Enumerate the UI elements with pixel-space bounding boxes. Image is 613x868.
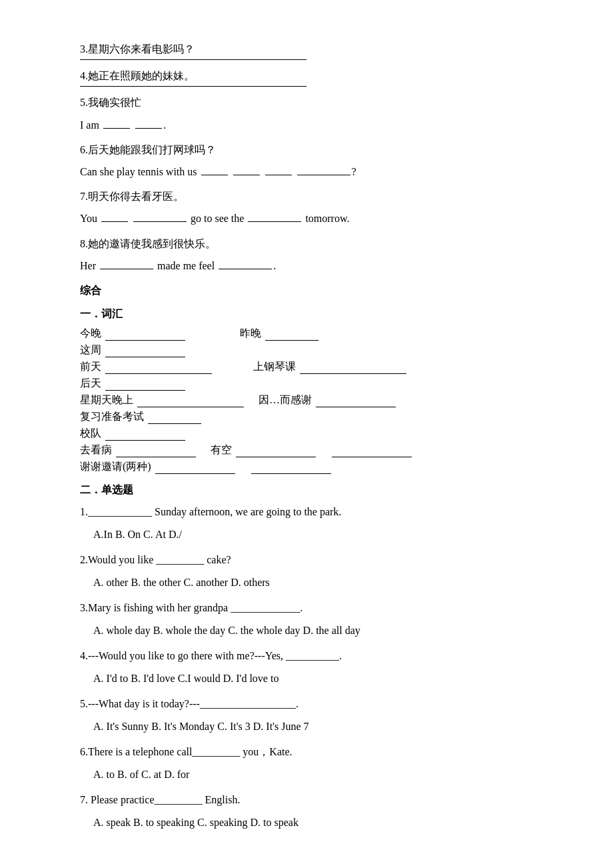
q6-blank4 (297, 175, 350, 175)
q7-blank3 (248, 221, 301, 222)
vocab-item-fuxi: 复习准备考试 (80, 410, 203, 424)
q3-answer-line (80, 59, 306, 60)
vocab-blank-xie1 (155, 473, 235, 474)
mc-q5-options: A. It's Sunny B. It's Monday C. It's 3 D… (93, 717, 560, 737)
mc-q7-text: 7. Please practice_________ English. (80, 791, 560, 809)
worksheet-content: 3.星期六你来看电影吗？ 4.她正在照顾她的妹妹。 5.我确实很忙 I am .… (80, 40, 560, 832)
vocab-item-gangqin: 上钢琴课 (253, 360, 408, 374)
question-7: 7.明天你得去看牙医。 (80, 187, 560, 205)
mc-q1: 1.____________ Sunday afternoon, we are … (80, 503, 560, 544)
q5-chinese: 5.我确实很忙 (80, 97, 141, 108)
mc-q4-text: 4.---Would you like to go there with me?… (80, 647, 560, 665)
mc-q5-text: 5.---What day is it today?---___________… (80, 695, 560, 713)
vocab-blank-youkong1 (236, 457, 316, 457)
vocab-blank-youkong2 (332, 457, 412, 457)
vocab-row-7: 去看病 有空 (80, 443, 560, 457)
q8-chinese: 8.她的邀请使我感到很快乐。 (80, 238, 216, 249)
mc-q3-text: 3.Mary is fishing with her grandpa _____… (80, 599, 560, 617)
vocab-row-5: 复习准备考试 (80, 410, 560, 424)
question-8-en: Her made me feel . (80, 257, 560, 275)
mc-q3-options: A. whole day B. whole the day C. the who… (93, 621, 560, 641)
vocab-item-houtian: 后天 (80, 377, 187, 391)
vocab-blank-houtian (105, 390, 185, 391)
q4-text: 4.她正在照顾她的妹妹。 (80, 70, 195, 81)
mc-q3: 3.Mary is fishing with her grandpa _____… (80, 599, 560, 640)
vocab-item-xiaodui: 校队 (80, 427, 187, 441)
mc-q2-options: A. other B. the other C. another D. othe… (93, 573, 560, 593)
question-7-en: You go to see the tomorrow. (80, 209, 560, 227)
mc-q2-text: 2.Would you like _________ cake? (80, 551, 560, 569)
vocab-item-kanbing: 去看病 (80, 443, 197, 457)
vocab-row-1: 这周 (80, 343, 560, 357)
q8-blank1 (100, 269, 153, 269)
q6-blank3 (265, 175, 292, 175)
vocab-blank-yinganci (316, 407, 396, 407)
vocab-blank-gangqin (300, 373, 406, 374)
q8-blank2 (219, 269, 272, 269)
vocab-item-jingwan: 今晚 (80, 327, 187, 341)
q4-answer-line (80, 86, 306, 87)
q7-blank1 (101, 221, 128, 222)
question-5-en: I am . (80, 116, 560, 134)
vocab-row-2: 前天 上钢琴课 (80, 360, 560, 374)
vocab-item-xie1: 谢谢邀请(两种) (80, 460, 237, 474)
question-3: 3.星期六你来看电影吗？ (80, 40, 560, 60)
q6-blank1 (201, 175, 228, 175)
q5-sub: I am (80, 119, 99, 131)
mc-q5: 5.---What day is it today?---___________… (80, 695, 560, 736)
q6-sub: Can she play tennis with us (80, 166, 197, 177)
q8-sub-b: made me feel (157, 260, 215, 271)
vocab-blank-zhizhou (105, 357, 185, 357)
vocab-item-zuowan: 昨晚 (240, 327, 320, 341)
mc-q4-options: A. I'd to B. I'd love C.I would D. I'd l… (93, 669, 560, 689)
vocab-blank-qiantian (105, 373, 212, 374)
q7-sub-a: You (80, 213, 97, 224)
vocab-item-qiantian: 前天 (80, 360, 213, 374)
q7-sub-c: tomorrow. (305, 213, 349, 224)
vocab-item-yinganci: 因…而感谢 (259, 393, 397, 407)
vocab-item-youkong: 有空 (211, 443, 317, 457)
vocab-blank-kanbing (116, 457, 196, 457)
question-8: 8.她的邀请使我感到很快乐。 (80, 235, 560, 253)
vocab-blank-zuowan (265, 340, 318, 341)
q3-text: 3.星期六你来看电影吗？ (80, 43, 195, 55)
q7-chinese: 7.明天你得去看牙医。 (80, 191, 184, 202)
mc-q1-options: A.In B. On C. At D./ (93, 525, 560, 545)
question-4: 4.她正在照顾她的妹妹。 (80, 67, 560, 87)
vocab-item-youkong2 (330, 457, 413, 457)
vocab-row-4: 星期天晚上 因…而感谢 (80, 393, 560, 407)
vocab-blank-fuxi (148, 423, 201, 424)
mc-q4: 4.---Would you like to go there with me?… (80, 647, 560, 688)
vocab-blank-xie2 (251, 473, 331, 474)
q8-sub-a: Her (80, 260, 96, 271)
q5-blank2 (135, 128, 162, 129)
vocab-row-6: 校队 (80, 427, 560, 441)
section-danxuan: 二．单选题 (80, 481, 560, 499)
q6-blank2 (233, 175, 260, 175)
vocab-item-xie2 (250, 473, 332, 474)
vocab-blank-xingqi (137, 407, 244, 407)
vocab-row-0: 今晚 昨晚 (80, 327, 560, 341)
mc-q1-text: 1.____________ Sunday afternoon, we are … (80, 503, 560, 521)
vocab-row-3: 后天 (80, 377, 560, 391)
vocab-row-8: 谢谢邀请(两种) (80, 460, 560, 474)
mc-q6-text: 6.There is a telephone call_________ you… (80, 743, 560, 761)
mc-q7: 7. Please practice_________ English. A. … (80, 791, 560, 832)
vocab-blank-xiaodui (105, 440, 185, 441)
mc-q2: 2.Would you like _________ cake? A. othe… (80, 551, 560, 592)
question-6-en: Can she play tennis with us ? (80, 163, 560, 181)
section-zonghe: 综合 (80, 281, 560, 299)
vocab-blank-jingwan (105, 340, 185, 341)
mc-q7-options: A. speak B. to speaking C. speaking D. t… (93, 813, 560, 833)
mc-q6-options: A. to B. of C. at D. for (93, 765, 560, 785)
section-cihui: 一．词汇 (80, 305, 560, 323)
q5-blank1 (103, 128, 130, 129)
q7-sub-b: go to see the (191, 213, 244, 224)
question-5: 5.我确实很忙 (80, 93, 560, 111)
mc-q6: 6.There is a telephone call_________ you… (80, 743, 560, 784)
q7-blank2 (133, 221, 187, 222)
q6-chinese: 6.后天她能跟我们打网球吗？ (80, 144, 216, 155)
vocab-item-zhizhou: 这周 (80, 343, 187, 357)
vocab-item-xingqi: 星期天晚上 (80, 393, 245, 407)
question-6: 6.后天她能跟我们打网球吗？ (80, 141, 560, 159)
